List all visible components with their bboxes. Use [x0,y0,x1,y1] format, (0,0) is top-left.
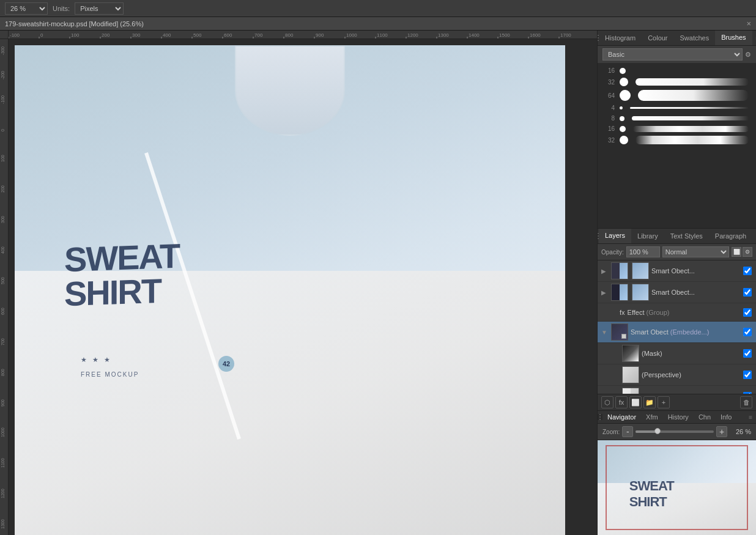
zoom-minus-button[interactable]: - [622,426,633,437]
layer-vis-1[interactable] [743,266,752,276]
layers-options-bar: Opacity: Normal ⬜ ⚙ [598,244,756,260]
zoom-value-display: 26 % [730,428,751,435]
svg-text:1100: 1100 [1,458,5,468]
layer-row-embedded[interactable]: ▼ Smart Obect (Embedde...) [598,322,756,343]
svg-text:700: 700 [254,32,263,38]
brush-stroke-32b [636,136,749,144]
brush-dot-4 [620,106,623,109]
delete-icon-button[interactable]: 🗑 [740,396,752,408]
layer-vis-mask[interactable] [743,349,752,358]
brush-item-16-wavy[interactable]: 16 [598,124,756,134]
tab-paragraph[interactable]: Paragraph [709,229,752,243]
v-ruler: -300 -200 -100 0 100 200 300 400 500 600… [0,39,9,535]
brushes-toolbar: Basic ⚙ [598,46,756,63]
layer-visible-perspective[interactable] [743,371,752,379]
brush-item-16-circle[interactable]: 16 [598,65,756,76]
brush-item-32-wavy[interactable]: 32 [598,134,756,146]
layer-visible-2[interactable] [743,288,752,297]
layer-row-pixel-effect[interactable]: Effect (Pixel) [598,386,756,394]
lock-position-button[interactable]: ⚙ [743,247,752,257]
tab-history[interactable]: History [663,411,694,423]
layer-row-2[interactable]: ▶ Smart Obect... [598,282,756,303]
tab-info[interactable]: Info [716,411,736,423]
brush-stroke-32 [636,78,749,86]
svg-text:200: 200 [102,32,110,38]
brush-size-64: 64 [602,92,615,99]
tab-histogram[interactable]: Histogram [599,31,642,45]
nav-grip [598,414,602,420]
layer-vis-effect[interactable] [743,308,752,317]
brush-item-64[interactable]: 64 [598,88,756,103]
svg-text:1300: 1300 [438,32,449,38]
new-layer-icon-button[interactable]: + [658,396,670,408]
canvas-scroll-area[interactable]: SWEATSHIRT ★ ★ ★ FREE MOCKUP 42 [9,39,597,535]
layers-icon-button[interactable]: ⬡ [601,396,613,408]
layer-row-1[interactable]: ▶ Smart Obect... [598,260,756,282]
layer-arrow-embedded: ▼ [601,329,609,336]
sweatshirt-mockup: SWEATSHIRT ★ ★ ★ FREE MOCKUP 42 [15,45,565,535]
tab-navigator[interactable]: Navigator [602,411,641,423]
brush-item-32[interactable]: 32 [598,76,756,88]
blend-mode-select[interactable]: Normal [662,246,729,257]
brush-item-8[interactable]: 8 [598,113,756,124]
layer-row-mask[interactable]: (Mask) [598,343,756,364]
brush-preset-select[interactable]: Basic [602,48,743,61]
navigator-panel: Navigator Xfm History Chn Info ≡ Zoom: -… [598,410,756,535]
tab-text-styles[interactable]: Text Styles [664,229,709,243]
tab-library[interactable]: Library [631,229,664,243]
opacity-label: Opacity: [601,249,624,256]
brush-size-16: 16 [602,67,615,74]
svg-text:900: 900 [1,399,5,407]
layers-panel-tabs: Layers Library Text Styles Paragraph ≡ [598,229,756,244]
v-ruler-svg: -300 -200 -100 0 100 200 300 400 500 600… [0,39,9,534]
tab-chn[interactable]: Chn [694,411,716,423]
layer-visible-1[interactable] [743,267,752,275]
new-group-icon-button[interactable]: 📁 [643,396,656,408]
nav-shirt-text: SWEATSHIRT [629,478,674,510]
tab-layers[interactable]: Layers [599,229,631,243]
tab-xfm[interactable]: Xfm [641,411,663,423]
layer-effect-icon: fx [620,309,625,316]
svg-text:500: 500 [193,32,202,38]
brushes-list[interactable]: 16 32 64 4 [598,63,756,228]
nav-collapse-button[interactable]: ≡ [745,414,756,421]
tab-swatches[interactable]: Swatches [674,31,716,45]
layer-row-perspective[interactable]: (Perspective) [598,364,756,386]
layers-bottom-bar: ⬡ fx ⬜ 📁 + 🗑 [598,394,756,410]
layer-visible-embedded[interactable] [743,328,752,336]
nav-zoom-bar: Zoom: - + 26 % [598,424,756,440]
layer-visible-mask[interactable] [743,349,752,358]
layer-visible-effect[interactable] [743,308,752,317]
opacity-input[interactable] [626,246,660,257]
tab-brushes[interactable]: Brushes [715,31,752,45]
units-select[interactable]: Pixels [75,2,124,15]
fx-icon-button[interactable]: fx [615,396,628,408]
layer-row-effect-group[interactable]: fx Effect (Group) [598,303,756,322]
zoom-plus-button[interactable]: + [716,426,727,437]
zoom-select[interactable]: 26 % [5,2,48,15]
brush-item-4[interactable]: 4 [598,103,756,113]
mask-icon-button[interactable]: ⬜ [629,396,642,408]
layer-thumb-2 [611,284,628,301]
svg-text:700: 700 [1,338,5,345]
zoom-slider[interactable] [636,430,714,433]
brush-settings-icon[interactable]: ⚙ [745,51,751,59]
layer-name-embedded: Smart Obect (Embedde...) [631,328,740,336]
svg-text:600: 600 [224,32,232,38]
layer-vis-perspective[interactable] [743,370,752,380]
layer-vis-embedded[interactable] [743,327,752,337]
layers-content[interactable]: ▶ Smart Obect... ▶ [598,260,756,394]
zoom-slider-thumb[interactable] [654,428,661,434]
layer-thumb-pixel [622,388,639,394]
svg-text:0: 0 [40,32,43,38]
svg-text:-100: -100 [10,32,20,38]
layers-collapse-button[interactable]: ≡ [752,233,756,240]
svg-text:300: 300 [132,32,141,38]
brushes-collapse-button[interactable]: ≡ [752,35,756,42]
layer-thumb-1 [611,262,628,279]
close-button[interactable]: × [746,19,751,28]
lock-pixels-button[interactable]: ⬜ [732,247,741,257]
layer-vis-2[interactable] [743,287,752,297]
ruler-corner [0,31,9,39]
tab-colour[interactable]: Colour [642,31,673,45]
